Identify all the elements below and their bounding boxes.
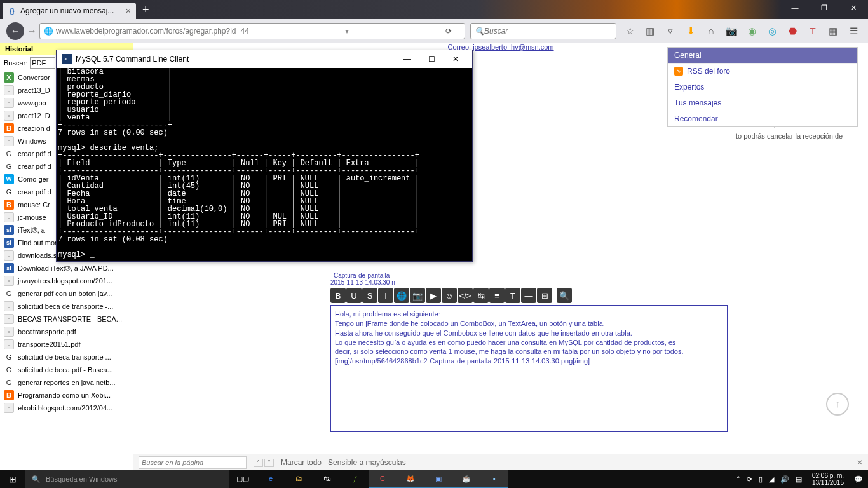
history-label: iText®, a	[18, 226, 45, 234]
tray-wifi-icon[interactable]: ◢	[769, 475, 774, 484]
window-close-button[interactable]: ✕	[839, 0, 868, 15]
globe-icon: 🌐	[44, 27, 53, 36]
find-next[interactable]: ˅	[264, 459, 274, 467]
editor-tool-9[interactable]: ↹	[473, 288, 489, 303]
task-view-button[interactable]: ▢▢	[229, 470, 257, 488]
mysql-cmd-app[interactable]: ▪	[480, 470, 508, 488]
app1[interactable]: 𝑓	[341, 470, 369, 488]
tray-lang-icon[interactable]: ▤	[796, 475, 802, 484]
new-tab-button[interactable]: +	[142, 3, 149, 17]
editor-tool-12[interactable]: —	[521, 288, 536, 303]
store-app[interactable]: 🛍	[313, 470, 341, 488]
find-close[interactable]: ✕	[857, 458, 863, 467]
reload-button[interactable]: ⟳	[445, 27, 461, 36]
editor-tool-0[interactable]: B	[330, 288, 346, 303]
history-favicon: ▫	[4, 403, 14, 413]
search-icon: 🔍	[475, 27, 484, 36]
history-item[interactable]: Ggenerar reportes en java netb...	[0, 376, 133, 389]
history-item[interactable]: ▫transporte20151.pdf	[0, 338, 133, 351]
bookmark-star-icon[interactable]: ☆	[624, 25, 635, 37]
java-app[interactable]: ☕	[452, 470, 480, 488]
explorer-app[interactable]: 🗂	[285, 470, 313, 488]
history-favicon: ▫	[4, 250, 14, 261]
addon2-icon[interactable]: ◎	[766, 25, 778, 37]
case-sensitive-label[interactable]: Sensible a mayúsculas	[328, 458, 406, 467]
history-favicon: ▫	[4, 327, 14, 337]
history-item[interactable]: ▫becatransporte.pdf	[0, 325, 133, 338]
app2[interactable]: ▣	[424, 470, 452, 488]
tray-chevron-icon[interactable]: ˄	[736, 475, 740, 484]
expertos-link[interactable]: Expertos	[668, 79, 857, 95]
editor-tool-3[interactable]: I	[378, 288, 393, 303]
history-favicon: B	[4, 123, 14, 133]
message-editor[interactable]: Hola, mi problema es el siguiente:Tengo …	[330, 305, 728, 432]
notifications-icon[interactable]: 💬	[854, 475, 863, 484]
history-item[interactable]: Gsolicitud de beca pdf - Busca...	[0, 363, 133, 376]
search-bar[interactable]: 🔍 Buscar	[470, 23, 616, 39]
mensajes-link[interactable]: Tus mensajes	[668, 95, 857, 111]
window-maximize-button[interactable]: ❐	[810, 0, 839, 15]
taskbar: ⊞ 🔍 Búsqueda en Windows ▢▢ e 🗂 🛍 𝑓 C 🦊 ▣…	[0, 470, 868, 488]
history-favicon: B	[4, 390, 14, 400]
find-prev[interactable]: ˄	[254, 459, 263, 467]
history-item[interactable]: BProgramando como un Xobi...	[0, 389, 133, 402]
scroll-top-button[interactable]: ↑	[826, 393, 849, 416]
history-label: Programando como un Xobi...	[18, 391, 111, 399]
taskbar-search[interactable]: 🔍 Búsqueda en Windows	[25, 470, 229, 488]
editor-tool-8[interactable]: </>	[458, 288, 473, 303]
editor-tool-7[interactable]: ☺	[442, 288, 457, 303]
history-item[interactable]: ▫javayotros.blogspot.com/201...	[0, 274, 133, 287]
tray-battery-icon[interactable]: ▯	[759, 475, 763, 484]
ccleaner-app[interactable]: C	[369, 470, 397, 488]
history-item[interactable]: ▫elxobi.blogspot.com/2012/04...	[0, 402, 133, 414]
reading-list-icon[interactable]: ▥	[644, 25, 656, 37]
adblock-icon[interactable]: ⬣	[787, 25, 798, 37]
cmd-maximize[interactable]: ☐	[420, 52, 443, 66]
taskbar-clock[interactable]: 02:06 p. m. 13/11/2015	[808, 472, 848, 486]
history-item[interactable]: ▫solicitud beca de transporte -...	[0, 300, 133, 313]
rss-link[interactable]: ∿RSS del foro	[668, 63, 857, 79]
firefox-app[interactable]: 🦊	[397, 470, 424, 488]
home-icon[interactable]: ⌂	[705, 25, 717, 37]
tray-sync-icon[interactable]: ⟳	[747, 475, 752, 484]
history-item[interactable]: ▫BECAS TRANSPORTE - BECA...	[0, 313, 133, 325]
tab-close-icon[interactable]: ×	[126, 6, 131, 16]
pocket-icon[interactable]: ▿	[665, 25, 676, 37]
editor-tool-14[interactable]: 🔍	[557, 288, 572, 303]
history-favicon: X	[4, 72, 14, 83]
find-input[interactable]	[139, 456, 247, 469]
edge-app[interactable]: e	[257, 470, 285, 488]
system-tray: ˄ ⟳ ▯ ◢ 🔊 ▤ 02:06 p. m. 13/11/2015 💬	[731, 472, 868, 486]
cmd-minimize[interactable]: —	[396, 52, 419, 66]
menu-icon[interactable]: ☰	[848, 25, 859, 37]
mark-all-label[interactable]: Marcar todo	[281, 458, 322, 467]
cmd-close[interactable]: ✕	[444, 52, 467, 66]
editor-tool-5[interactable]: 📷	[410, 288, 425, 303]
editor-tool-10[interactable]: ≡	[489, 288, 505, 303]
tray-volume-icon[interactable]: 🔊	[780, 475, 789, 484]
editor-tool-4[interactable]: 🌐	[394, 288, 409, 303]
history-item[interactable]: Gsolicitud de beca transporte ...	[0, 351, 133, 363]
history-item[interactable]: Ggenerar pdf con un boton jav...	[0, 287, 133, 300]
editor-tool-6[interactable]: ▶	[426, 288, 441, 303]
history-item[interactable]: sfDownload iText®, a JAVA PD...	[0, 262, 133, 274]
history-label: solicitud de beca transporte ...	[18, 353, 111, 361]
editor-tool-2[interactable]: S	[362, 288, 377, 303]
browser-tab[interactable]: {} Agregar un nuevo mensaj... ×	[3, 3, 136, 19]
addon-icon[interactable]: ◉	[746, 25, 757, 37]
window-minimize-button[interactable]: —	[780, 0, 810, 15]
editor-tool-13[interactable]: ⊞	[537, 288, 552, 303]
start-button[interactable]: ⊞	[0, 474, 25, 484]
cmd-titlebar[interactable]: >_ MySQL 5.7 Command Line Client — ☐ ✕	[57, 50, 472, 68]
editor-tool-11[interactable]: T	[505, 288, 520, 303]
sidebar-search-input[interactable]	[30, 57, 55, 69]
recomendar-link[interactable]: Recomendar	[668, 111, 857, 126]
back-button[interactable]: ←	[6, 22, 24, 40]
screenshot-icon[interactable]: 📷	[726, 25, 737, 37]
shield-icon[interactable]: ▦	[827, 25, 839, 37]
text-tool-icon[interactable]: T	[807, 25, 818, 37]
cmd-window[interactable]: >_ MySQL 5.7 Command Line Client — ☐ ✕ |…	[56, 50, 473, 262]
downloads-icon[interactable]: ⬇	[685, 25, 696, 37]
url-bar[interactable]: 🌐 www.lawebdelprogramador.com/foros/agre…	[39, 23, 465, 39]
editor-tool-1[interactable]: U	[346, 288, 362, 303]
